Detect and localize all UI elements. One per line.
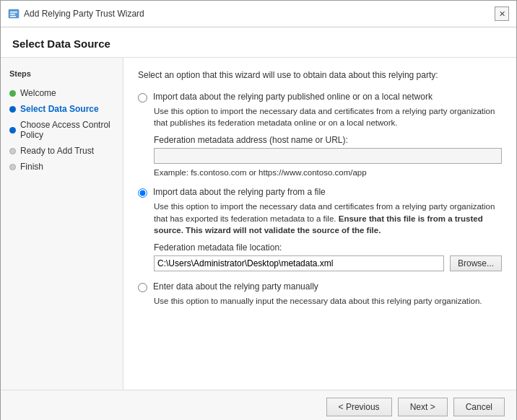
svg-rect-3 xyxy=(10,16,16,17)
metadata-file-input[interactable] xyxy=(154,255,444,271)
sidebar-item-finish[interactable]: Finish xyxy=(1,159,123,175)
sidebar-item-select-data-source[interactable]: Select Data Source xyxy=(1,101,123,117)
option2-radio[interactable] xyxy=(138,188,147,198)
sidebar-item-welcome[interactable]: Welcome xyxy=(1,85,123,101)
next-button[interactable]: Next > xyxy=(398,398,448,416)
svg-rect-2 xyxy=(10,14,15,15)
svg-rect-1 xyxy=(10,12,17,13)
cancel-button[interactable]: Cancel xyxy=(453,398,505,416)
title-bar: Add Relying Party Trust Wizard ✕ xyxy=(1,1,516,27)
browse-button[interactable]: Browse... xyxy=(450,255,502,271)
sidebar-item-ready[interactable]: Ready to Add Trust xyxy=(1,143,123,159)
sidebar-label-select: Select Data Source xyxy=(20,104,99,114)
ready-dot xyxy=(9,148,16,154)
option2-field-label: Federation metadata file location: xyxy=(154,242,502,253)
page-title: Select Data Source xyxy=(1,27,516,58)
welcome-dot xyxy=(9,90,16,97)
option3-group: Enter data about the relying party manua… xyxy=(138,281,502,307)
option2-desc: Use this option to import the necessary … xyxy=(154,201,502,237)
sidebar-label-welcome: Welcome xyxy=(20,88,56,98)
option2-group: Import data about the relying party from… xyxy=(138,187,502,271)
option3-desc: Use this option to manually input the ne… xyxy=(154,295,502,307)
sidebar-item-choose-access[interactable]: Choose Access Control Policy xyxy=(1,117,123,143)
option1-group: Import data about the relying party publ… xyxy=(138,92,502,177)
sidebar-label-ready: Ready to Add Trust xyxy=(20,146,94,156)
option1-field-row xyxy=(154,148,502,164)
option3-radio[interactable] xyxy=(138,283,147,292)
option1-radio[interactable] xyxy=(138,93,147,102)
option1-row: Import data about the relying party publ… xyxy=(138,92,502,102)
option1-field-label: Federation metadata address (host name o… xyxy=(154,135,502,145)
main-panel: Select an option that this wizard will u… xyxy=(123,58,516,390)
finish-dot xyxy=(9,164,16,170)
previous-button[interactable]: < Previous xyxy=(326,398,392,416)
access-dot xyxy=(9,127,16,134)
federation-url-input[interactable] xyxy=(154,148,502,164)
wizard-window: Add Relying Party Trust Wizard ✕ Select … xyxy=(0,0,517,420)
option1-label[interactable]: Import data about the relying party publ… xyxy=(153,92,433,102)
option3-label[interactable]: Enter data about the relying party manua… xyxy=(153,281,318,292)
footer: < Previous Next > Cancel xyxy=(1,390,516,420)
option3-row: Enter data about the relying party manua… xyxy=(138,281,502,292)
select-dot xyxy=(9,106,16,113)
wizard-icon xyxy=(8,8,19,19)
sidebar-label-access: Choose Access Control Policy xyxy=(20,120,114,140)
sidebar: Steps Welcome Select Data Source Choose … xyxy=(1,58,123,390)
content-area: Steps Welcome Select Data Source Choose … xyxy=(1,58,516,390)
option1-desc: Use this option to import the necessary … xyxy=(154,105,502,129)
close-button[interactable]: ✕ xyxy=(495,6,509,21)
sidebar-label-finish: Finish xyxy=(20,162,43,172)
steps-heading: Steps xyxy=(1,69,123,85)
option2-label[interactable]: Import data about the relying party from… xyxy=(153,187,326,197)
title-bar-left: Add Relying Party Trust Wizard xyxy=(8,8,144,19)
intro-text: Select an option that this wizard will u… xyxy=(138,69,502,82)
option2-row: Import data about the relying party from… xyxy=(138,187,502,198)
option2-field-row: Browse... xyxy=(154,255,502,271)
option1-example: Example: fs.contoso.com or https://www.c… xyxy=(154,168,502,177)
window-title: Add Relying Party Trust Wizard xyxy=(24,9,144,19)
